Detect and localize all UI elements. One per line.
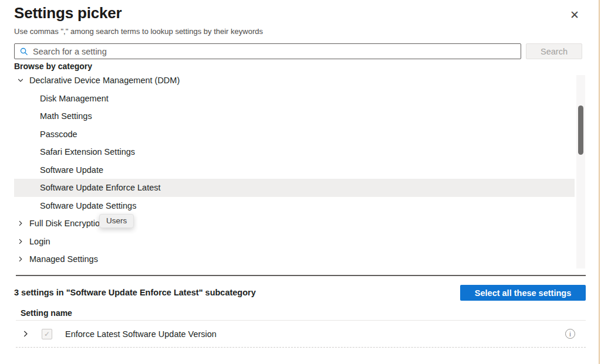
tree-item-software-update-settings[interactable]: Software Update Settings — [14, 197, 575, 215]
category-tree: Declarative Device Management (DDM) Disk… — [14, 72, 575, 268]
setting-checkbox[interactable]: ✓ — [42, 329, 52, 339]
page-title: Settings picker — [14, 4, 121, 22]
close-icon[interactable]: ✕ — [567, 7, 582, 22]
setting-name: Enforce Latest Software Update Version — [65, 329, 217, 339]
users-tooltip: Users — [99, 214, 134, 228]
browse-by-category-heading: Browse by category — [14, 62, 92, 71]
tree-item-label: Declarative Device Management (DDM) — [29, 76, 180, 85]
tree-item-label: Software Update Enforce Latest — [40, 183, 161, 192]
dialog-subtitle: Use commas "," among search terms to loo… — [14, 27, 263, 36]
tree-item-label: Software Update — [40, 165, 103, 175]
tree-item-label: Login — [29, 237, 50, 246]
tree-item-declarative-device-management[interactable]: Declarative Device Management (DDM) — [14, 72, 575, 90]
tree-item-software-update[interactable]: Software Update — [14, 161, 575, 179]
setting-name-column-header: Setting name — [21, 308, 72, 318]
tree-item-label: Safari Extension Settings — [40, 147, 135, 157]
chevron-right-icon[interactable] — [16, 237, 25, 246]
tree-item-login[interactable]: Login — [14, 233, 575, 251]
tree-item-label: Managed Settings — [29, 254, 98, 264]
tree-item-label: Passcode — [40, 130, 77, 139]
scrollbar-track[interactable] — [576, 75, 585, 268]
search-button[interactable]: Search — [526, 43, 582, 59]
table-row[interactable]: ✓ Enforce Latest Software Update Version… — [14, 321, 586, 347]
chevron-right-icon[interactable] — [16, 255, 25, 263]
tree-item-managed-settings[interactable]: Managed Settings — [14, 250, 575, 268]
tree-item-disk-management[interactable]: Disk Management — [14, 90, 575, 108]
scrollbar-thumb[interactable] — [578, 106, 583, 155]
tree-item-math-settings[interactable]: Math Settings — [14, 107, 575, 125]
tree-item-label: Software Update Settings — [40, 201, 136, 210]
chevron-right-icon[interactable] — [16, 219, 25, 227]
info-icon[interactable]: i — [565, 329, 575, 339]
select-all-these-settings-button[interactable]: Select all these settings — [460, 285, 586, 301]
tree-item-safari-extension-settings[interactable]: Safari Extension Settings — [14, 143, 575, 161]
results-summary: 3 settings in "Software Update Enforce L… — [14, 288, 256, 297]
chevron-right-icon[interactable] — [22, 330, 29, 338]
tree-item-label: Math Settings — [40, 111, 92, 121]
tree-item-label: Full Disk Encryption — [29, 219, 104, 228]
row-divider — [16, 347, 586, 348]
chevron-down-icon[interactable] — [16, 76, 25, 84]
search-box[interactable] — [14, 43, 521, 59]
search-input[interactable] — [28, 47, 521, 56]
tree-item-full-disk-encryption[interactable]: Full Disk Encryption — [14, 215, 575, 233]
tree-item-passcode[interactable]: Passcode — [14, 125, 575, 144]
tree-item-software-update-enforce-latest[interactable]: Software Update Enforce Latest — [14, 179, 575, 197]
panel-edge-line — [599, 0, 600, 364]
tree-item-label: Disk Management — [40, 94, 109, 103]
section-divider — [16, 275, 586, 276]
search-icon — [20, 47, 28, 56]
